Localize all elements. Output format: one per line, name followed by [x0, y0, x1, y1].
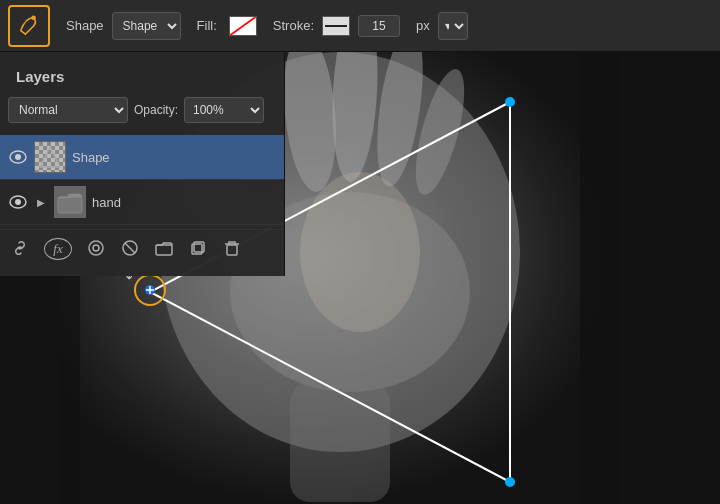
- svg-rect-28: [156, 245, 172, 255]
- link-icon[interactable]: [10, 239, 30, 260]
- mask-icon[interactable]: [120, 239, 140, 260]
- layer-hand[interactable]: ▶ hand: [0, 180, 284, 225]
- opacity-select[interactable]: 100% 90% 75% 50%: [184, 97, 264, 123]
- stroke-size-select[interactable]: ▾: [438, 12, 468, 40]
- layer-hand-name: hand: [92, 195, 276, 210]
- svg-line-1: [230, 17, 255, 35]
- svg-point-24: [89, 241, 103, 255]
- layers-bottom-bar: fx: [0, 229, 284, 268]
- new-group-icon[interactable]: [154, 240, 174, 259]
- svg-point-12: [300, 172, 420, 332]
- svg-point-0: [32, 16, 35, 19]
- svg-point-22: [15, 199, 21, 205]
- shape-label: Shape: [66, 18, 104, 33]
- stroke-icon[interactable]: [322, 16, 350, 36]
- blend-mode-select[interactable]: Normal Dissolve Multiply Screen Overlay: [8, 97, 128, 123]
- layer-shape[interactable]: Shape: [0, 135, 284, 180]
- layers-panel: Layers Normal Dissolve Multiply Screen O…: [0, 52, 285, 276]
- fill-swatch[interactable]: [229, 16, 257, 36]
- opacity-label: Opacity:: [134, 103, 178, 117]
- fill-icon[interactable]: [229, 16, 257, 36]
- svg-rect-11: [290, 382, 390, 502]
- layers-panel-title: Layers: [0, 52, 284, 97]
- layers-list: Shape ▶ hand: [0, 135, 284, 225]
- svg-rect-23: [58, 197, 82, 213]
- adjustment-icon[interactable]: [86, 239, 106, 260]
- svg-rect-31: [227, 245, 237, 255]
- layers-controls: Normal Dissolve Multiply Screen Overlay …: [0, 97, 284, 131]
- fx-icon[interactable]: fx: [44, 238, 72, 260]
- svg-point-18: [15, 154, 21, 160]
- svg-line-27: [125, 243, 135, 253]
- stroke-swatch[interactable]: [322, 16, 350, 36]
- svg-rect-13: [580, 52, 720, 504]
- toolbar: Shape Shape Path Pixels Fill: Stroke: px…: [0, 0, 720, 52]
- layer-hand-visibility[interactable]: [8, 194, 28, 210]
- layer-shape-thumb: [34, 141, 66, 173]
- svg-point-25: [93, 245, 99, 251]
- new-layer-icon[interactable]: [188, 239, 208, 260]
- layer-hand-thumb: [54, 186, 86, 218]
- stroke-px-label: px: [416, 18, 430, 33]
- stroke-label: Stroke:: [273, 18, 314, 33]
- shape-select[interactable]: Shape Path Pixels: [112, 12, 181, 40]
- delete-icon[interactable]: [222, 239, 242, 260]
- fill-label: Fill:: [197, 18, 217, 33]
- pen-tool-button[interactable]: [8, 5, 50, 47]
- layer-shape-name: Shape: [72, 150, 276, 165]
- layer-shape-visibility[interactable]: [8, 149, 28, 165]
- layer-hand-expand[interactable]: ▶: [34, 195, 48, 209]
- stroke-size-input[interactable]: [358, 15, 400, 37]
- svg-marker-20: [40, 147, 60, 167]
